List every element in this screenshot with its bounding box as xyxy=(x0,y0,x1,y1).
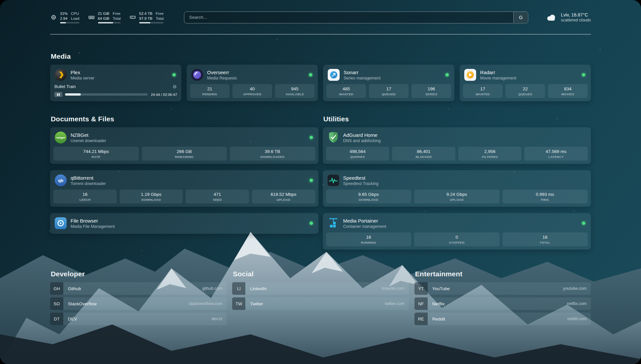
service-names: Speedtest Speedtest Tracking xyxy=(343,175,587,186)
speedtest-icon xyxy=(327,174,340,187)
stat-blocked: 86,401 BLOCKED xyxy=(392,147,455,161)
stat-download: 9.65 Gbps DOWNLOAD xyxy=(326,190,412,203)
service-card-adguard[interactable]: AdGuard Home DNS and adblocking 498,564 … xyxy=(323,127,591,164)
service-card-plex[interactable]: Plex Media server Bullet Train ⚙ 24:44 /… xyxy=(50,65,181,101)
stat-value: 86,401 xyxy=(393,149,455,154)
memory-total: 64 GiB xyxy=(98,16,109,21)
search-provider-button[interactable]: G xyxy=(513,12,528,23)
bookmark-github[interactable]: GH Github github.com xyxy=(50,282,227,295)
service-card-sonarr[interactable]: Sonarr Series management 485 WANTED 17 Q… xyxy=(323,65,454,101)
section-title-utilities: Utilities xyxy=(323,115,591,123)
search-bar: G xyxy=(184,12,528,23)
bookmark-domain: reddit.com xyxy=(567,313,591,325)
bookmark-youtube[interactable]: YT YouTube youtube.com xyxy=(414,282,591,295)
service-name: Media Portainer xyxy=(343,218,579,224)
bookmark-twitter[interactable]: TW Twitter twitter.com xyxy=(232,297,409,310)
section-social: Social LI LinkedIn linkedin.com TW Twitt… xyxy=(232,270,409,310)
stat-queries: 498,564 QUERIES xyxy=(326,147,389,161)
stat-value: 9.24 Gbps xyxy=(415,192,499,197)
stat-downloaded: 39.6 TB DOWNLOADED xyxy=(230,147,315,161)
bookmark-name: DEV xyxy=(63,313,211,325)
service-name: Sonarr xyxy=(344,70,442,75)
bookmark-name: StackOverflow xyxy=(63,297,189,310)
weather-widget: Lviv, 16.87°C scattered clouds xyxy=(545,12,591,22)
service-name: Radarr xyxy=(480,70,578,75)
service-stats: 744.21 Mbps RATE 266 GB REMAINING 39.6 T… xyxy=(53,147,315,161)
stat-pending: 21 PENDING xyxy=(190,84,229,98)
section-utilities: Utilities xyxy=(323,115,591,250)
cpu-label: CPU xyxy=(71,11,79,16)
memory-icon xyxy=(88,14,95,21)
portainer-icon xyxy=(327,217,340,229)
cloud-icon xyxy=(545,13,557,22)
bookmark-stackoverflow[interactable]: SO StackOverflow stackoverflow.com xyxy=(50,297,227,310)
bookmark-domain: dev.to xyxy=(211,313,227,325)
service-subtitle: DNS and adblocking xyxy=(343,138,587,143)
section-developer: Developer GH Github github.com SO StackO… xyxy=(50,270,227,325)
service-name: Overseerr xyxy=(207,70,305,75)
radarr-icon xyxy=(464,69,476,81)
service-stats: 9.65 Gbps DOWNLOAD 9.24 Gbps UPLOAD 0.99… xyxy=(326,190,588,203)
bookmark-abbr: DT xyxy=(50,313,63,325)
documents-cards: nzbget NZBGet Usenet downloader 744.21 M… xyxy=(50,127,319,234)
adguard-icon xyxy=(327,131,340,144)
bookmark-reddit[interactable]: RE Reddit reddit.com xyxy=(414,313,591,325)
service-card-nzbget[interactable]: nzbget NZBGet Usenet downloader 744.21 M… xyxy=(50,127,319,164)
stat-rate: 744.21 Mbps RATE xyxy=(53,147,139,161)
top-bar: 31% CPU 2.94 Load xyxy=(50,0,591,23)
cpu-percent: 31% xyxy=(60,11,68,16)
stat-value: 16 xyxy=(503,235,587,240)
service-card-filebrowser[interactable]: File Browser Media File Management xyxy=(50,213,319,234)
service-name: NZBGet xyxy=(71,132,306,138)
service-card-portainer[interactable]: Media Portainer Container management 16 … xyxy=(323,213,591,250)
stat-movies: 834 MOVIES xyxy=(548,84,588,98)
service-card-qbittorrent[interactable]: qb qBittorrent Torrent downloader 16 xyxy=(50,170,319,207)
pause-button[interactable] xyxy=(54,92,62,97)
cpu-data: 31% CPU 2.94 Load xyxy=(60,11,79,23)
bookmark-dev[interactable]: DT DEV dev.to xyxy=(50,313,227,325)
stat-available: 945 AVAILABLE xyxy=(275,84,315,98)
stat-seed: 471 SEED xyxy=(186,190,249,203)
bookmarks-area: Developer GH Github github.com SO StackO… xyxy=(50,270,591,325)
stat-label: APPROVED xyxy=(233,92,271,96)
stat-latency: 47.569 ms LATENCY xyxy=(524,147,588,161)
service-stats: 17 WANTED 22 QUEUED 834 MOVIES xyxy=(463,84,588,98)
service-header: File Browser Media File Management xyxy=(53,216,315,230)
now-playing-time: 24:44 / 02:06:47 xyxy=(151,93,177,97)
section-entertainment: Entertainment YT YouTube youtube.com NF … xyxy=(414,270,591,325)
memory-total-label: Total xyxy=(113,16,121,21)
status-dot xyxy=(582,222,585,225)
disk-bar-fill xyxy=(139,22,150,24)
stat-wanted: 17 WANTED xyxy=(463,84,503,98)
section-title-documents: Documents & Files xyxy=(51,115,319,123)
stat-download: 1.19 Gbps DOWNLOAD xyxy=(120,190,183,203)
service-names: Media Portainer Container management xyxy=(343,218,579,229)
stat-label: DOWNLOADED xyxy=(230,155,315,159)
resource-widgets: 31% CPU 2.94 Load xyxy=(50,11,164,23)
stat-value: 47.569 ms xyxy=(525,149,587,154)
stat-value: 0.993 ms xyxy=(503,192,587,197)
media-grid: Plex Media server Bullet Train ⚙ 24:44 /… xyxy=(50,65,591,101)
service-header: qb qBittorrent Torrent downloader xyxy=(53,173,315,190)
stat-label: WANTED xyxy=(464,92,502,96)
service-card-overseerr[interactable]: Overseerr Media Requests 21 PENDING 40 A… xyxy=(187,65,318,101)
bookmark-abbr: NF xyxy=(414,297,428,310)
now-playing-progress xyxy=(65,93,148,96)
service-card-speedtest[interactable]: Speedtest Speedtest Tracking 9.65 Gbps D… xyxy=(323,170,591,207)
now-playing-progress-fill xyxy=(65,93,81,96)
bookmark-netflix[interactable]: NF Netflix netflix.com xyxy=(414,297,591,310)
stat-value: 834 xyxy=(549,86,587,91)
bookmark-linkedin[interactable]: LI LinkedIn linkedin.com xyxy=(232,282,409,295)
bookmark-domain: netflix.com xyxy=(567,297,591,310)
stat-label: QUERIES xyxy=(327,155,389,159)
overseerr-icon xyxy=(191,69,203,81)
service-subtitle: Movie management xyxy=(480,76,578,80)
disk-free-label: Free xyxy=(156,11,164,16)
service-header: Overseerr Media Requests xyxy=(190,68,315,84)
search-input[interactable] xyxy=(184,12,528,23)
section-media: Media Plex Media se xyxy=(50,52,591,101)
gear-icon[interactable]: ⚙ xyxy=(172,84,177,89)
service-card-radarr[interactable]: Radarr Movie management 17 WANTED 22 QUE… xyxy=(460,65,591,101)
stat-stopped: 0 STOPPED xyxy=(414,232,500,246)
service-header: AdGuard Home DNS and adblocking xyxy=(326,130,588,147)
